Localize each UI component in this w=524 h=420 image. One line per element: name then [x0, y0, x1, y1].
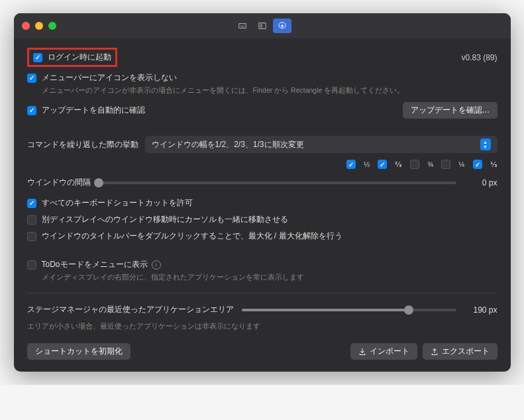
checkbox-half[interactable]	[346, 160, 356, 169]
zoom-button[interactable]	[48, 22, 56, 30]
frac-half: ½	[364, 160, 370, 168]
stage-slider[interactable]	[242, 309, 456, 311]
label-auto-updates: アップデートを自動的に確認	[42, 105, 145, 116]
import-icon	[358, 348, 366, 356]
svg-point-3	[244, 25, 244, 26]
highlight-annotation: ログイン時に起動	[27, 48, 117, 67]
checkbox-third[interactable]	[473, 160, 482, 169]
divider	[27, 293, 498, 293]
stage-slider-thumb[interactable]	[404, 305, 413, 315]
checkbox-todo-mode[interactable]	[27, 260, 36, 270]
checkbox-quarter[interactable]	[441, 160, 450, 169]
select-arrows-icon: ▲▼	[480, 138, 491, 150]
export-icon	[431, 348, 439, 356]
preferences-window: ログイン時に起動 v0.83 (89) メニューバーにアイコンを表示しない メニ…	[14, 13, 511, 372]
label-todo-mode: ToDoモードをメニューに表示	[42, 259, 148, 270]
repeat-selected-value: ウインドウの幅を1/2、2/3、1/3に順次変更	[152, 139, 304, 150]
label-launch-at-login: ログイン時に起動	[48, 52, 111, 63]
checkbox-hide-menubar-icon[interactable]	[27, 74, 36, 83]
import-button[interactable]: インポート	[350, 343, 417, 360]
svg-rect-6	[260, 24, 262, 27]
checkbox-threequarters[interactable]	[410, 160, 419, 169]
tab-keyboard[interactable]	[233, 19, 252, 33]
tab-snap[interactable]	[253, 19, 272, 33]
frac-third: ⅓	[490, 160, 498, 169]
svg-point-2	[242, 25, 242, 26]
tab-settings[interactable]	[273, 19, 291, 33]
checkbox-launch-at-login[interactable]	[33, 53, 42, 62]
fraction-row: ½ ⅔ ¾ ¼ ⅓	[27, 160, 498, 169]
minimize-button[interactable]	[35, 22, 43, 30]
gap-slider-label: ウインドウの間隔	[27, 177, 91, 188]
toolbar-tabs	[233, 19, 291, 33]
import-label: インポート	[370, 346, 409, 357]
checkbox-move-cursor[interactable]	[27, 215, 36, 225]
version-label: v0.83 (89)	[461, 53, 497, 62]
frac-threequarters: ¾	[427, 160, 433, 168]
frac-twothirds: ⅔	[395, 160, 402, 169]
info-icon[interactable]: i	[152, 260, 161, 270]
content: ログイン時に起動 v0.83 (89) メニューバーにアイコンを表示しない メニ…	[14, 38, 511, 372]
svg-rect-0	[238, 24, 246, 28]
label-move-cursor: 別ディスプレイへのウインドウ移動時にカーソルも一緒に移動させる	[42, 214, 288, 225]
gap-slider-value: 0 px	[464, 178, 498, 187]
stage-slider-value: 190 px	[464, 305, 498, 315]
checkbox-auto-updates[interactable]	[27, 106, 36, 115]
check-updates-button[interactable]: アップデートを確認...	[403, 102, 497, 119]
reset-shortcuts-button[interactable]: ショートカットを初期化	[27, 343, 131, 360]
titlebar	[14, 13, 511, 38]
stage-slider-fill	[242, 309, 409, 311]
gap-slider[interactable]	[99, 182, 456, 184]
frac-quarter: ¼	[458, 160, 464, 168]
svg-rect-4	[240, 26, 244, 27]
traffic-lights	[22, 22, 56, 30]
checkbox-titlebar-dblclick[interactable]	[27, 232, 36, 241]
gap-slider-thumb[interactable]	[94, 178, 103, 187]
label-allow-shortcuts: すべてのキーボードショートカットを許可	[42, 197, 193, 209]
checkbox-allow-shortcuts[interactable]	[27, 199, 36, 208]
export-button[interactable]: エクスポート	[423, 343, 498, 360]
export-label: エクスポート	[442, 346, 490, 357]
repeat-select[interactable]: ウインドウの幅を1/2、2/3、1/3に順次変更 ▲▼	[145, 136, 498, 153]
label-hide-menubar-icon: メニューバーにアイコンを表示しない	[42, 72, 177, 83]
repeat-label: コマンドを繰り返した際の挙動	[27, 139, 138, 150]
svg-point-1	[240, 25, 240, 26]
checkbox-twothirds[interactable]	[378, 160, 387, 169]
hint-hide-menubar: メニューバーのアイコンが非表示の場合にメニューを開くには、Finder から R…	[42, 86, 498, 95]
hint-stage: エリアが小さい場合、最近使ったアプリケーションは非表示になります	[27, 322, 498, 331]
label-titlebar-dblclick: ウインドウのタイトルバーをダブルクリックすることで、最大化 / 最大化解除を行う	[42, 231, 342, 242]
close-button[interactable]	[22, 22, 30, 30]
stage-slider-label: ステージマネージャの最近使ったアプリケーションエリア	[27, 304, 234, 315]
hint-todo: メインディスプレイの右部分に、指定されたアプリケーションを常に表示します	[42, 273, 498, 282]
